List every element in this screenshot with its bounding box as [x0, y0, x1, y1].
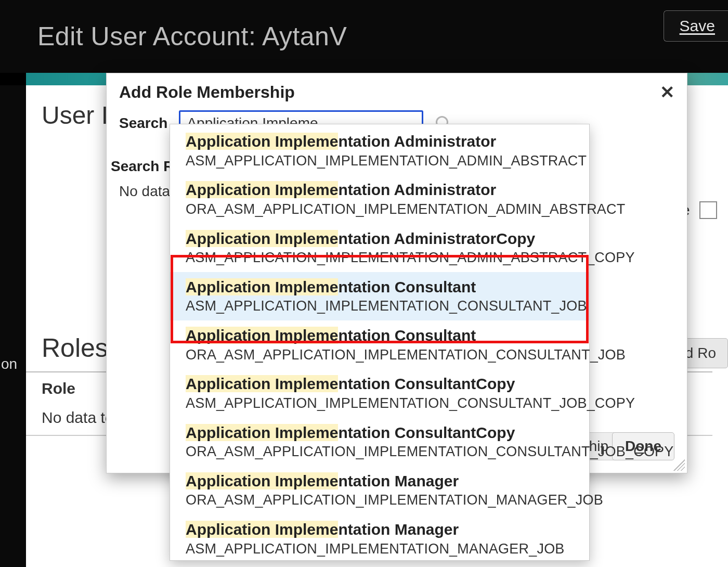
autocomplete-item-title: Application Implementation Administrator…	[186, 229, 574, 249]
autocomplete-item-title: Application Implementation ConsultantCop…	[186, 374, 574, 394]
match-highlight: Application Impleme	[186, 133, 338, 150]
autocomplete-item[interactable]: Application Implementation ConsultantASM…	[170, 272, 589, 320]
match-suffix: ntation ConsultantCopy	[338, 424, 515, 441]
autocomplete-item-code: ASM_APPLICATION_IMPLEMENTATION_CONSULTAN…	[186, 298, 574, 315]
match-suffix: ntation Administrator	[338, 181, 496, 198]
left-rail-fragment: on	[0, 356, 26, 372]
page-title: Edit User Account: AytanV	[37, 21, 347, 51]
autocomplete-item-code: ORA_ASM_APPLICATION_IMPLEMENTATION_CONSU…	[186, 346, 574, 364]
autocomplete-item-code: ASM_APPLICATION_IMPLEMENTATION_ADMIN_ABS…	[186, 249, 574, 267]
autocomplete-item[interactable]: Application Implementation Administrator…	[170, 224, 589, 272]
autocomplete-item[interactable]: Application Implementation ManagerCopyAS…	[170, 563, 589, 567]
match-highlight: Application Impleme	[186, 327, 338, 344]
autocomplete-item[interactable]: Application Implementation Administrator…	[170, 175, 589, 223]
match-highlight: Application Impleme	[186, 424, 338, 441]
autocomplete-item-code: ORA_ASM_APPLICATION_IMPLEMENTATION_ADMIN…	[186, 201, 574, 218]
autocomplete-item-code: ORA_ASM_APPLICATION_IMPLEMENTATION_MANAG…	[186, 492, 574, 509]
match-highlight: Application Impleme	[186, 181, 338, 198]
autocomplete-item-title: Application Implementation Consultant	[186, 326, 574, 345]
match-suffix: ntation Administrator	[338, 133, 496, 150]
autocomplete-item-code: ASM_APPLICATION_IMPLEMENTATION_ADMIN_ABS…	[186, 152, 574, 170]
autocomplete-item[interactable]: Application Implementation Administrator…	[170, 126, 589, 175]
autocomplete-item-code: ORA_ASM_APPLICATION_IMPLEMENTATION_CONSU…	[186, 443, 574, 461]
match-suffix: ntation Manager	[338, 521, 459, 538]
page-header: Edit User Account: AytanV	[0, 0, 728, 73]
left-rail: on	[0, 85, 26, 567]
match-highlight: Application Impleme	[186, 230, 338, 247]
autocomplete-item-code: ASM_APPLICATION_IMPLEMENTATION_MANAGER_J…	[186, 540, 574, 558]
autocomplete-dropdown: Application Implementation Administrator…	[170, 124, 590, 561]
autocomplete-item-title: Application Implementation Manager	[186, 471, 574, 491]
match-highlight: Application Impleme	[186, 278, 338, 295]
autocomplete-item-code: ASM_APPLICATION_IMPLEMENTATION_CONSULTAN…	[186, 395, 574, 413]
autocomplete-item[interactable]: Application Implementation ConsultantORA…	[170, 320, 589, 369]
match-suffix: ntation Consultant	[338, 327, 476, 344]
autocomplete-item-title: Application Implementation Consultant	[186, 277, 574, 297]
save-button[interactable]: Save	[664, 10, 728, 42]
match-suffix: ntation ConsultantCopy	[338, 375, 515, 392]
search-label: Search	[119, 115, 167, 132]
match-highlight: Application Impleme	[186, 521, 338, 538]
autocomplete-item[interactable]: Application Implementation ManagerASM_AP…	[170, 514, 589, 563]
close-icon[interactable]: ✕	[658, 83, 677, 101]
match-suffix: ntation AdministratorCopy	[338, 230, 535, 247]
modal-title: Add Role Membership	[107, 73, 687, 108]
autocomplete-item[interactable]: Application Implementation ManagerORA_AS…	[170, 466, 589, 514]
autocomplete-item[interactable]: Application Implementation ConsultantCop…	[170, 418, 589, 466]
resize-handle-icon[interactable]	[673, 459, 685, 471]
match-highlight: Application Impleme	[186, 375, 338, 392]
autocomplete-item-title: Application Implementation ConsultantCop…	[186, 423, 574, 443]
match-suffix: ntation Manager	[338, 472, 459, 489]
match-highlight: Application Impleme	[186, 472, 338, 489]
autocomplete-item-title: Application Implementation Manager	[186, 520, 574, 539]
autocomplete-item-title: Application Implementation Administrator	[186, 132, 574, 151]
autocomplete-item-title: Application Implementation Administrator	[186, 180, 574, 200]
checkbox-fragment[interactable]	[699, 201, 717, 219]
save-button-label: Save	[680, 17, 715, 35]
autocomplete-item[interactable]: Application Implementation ConsultantCop…	[170, 369, 589, 417]
match-suffix: ntation Consultant	[338, 278, 476, 295]
